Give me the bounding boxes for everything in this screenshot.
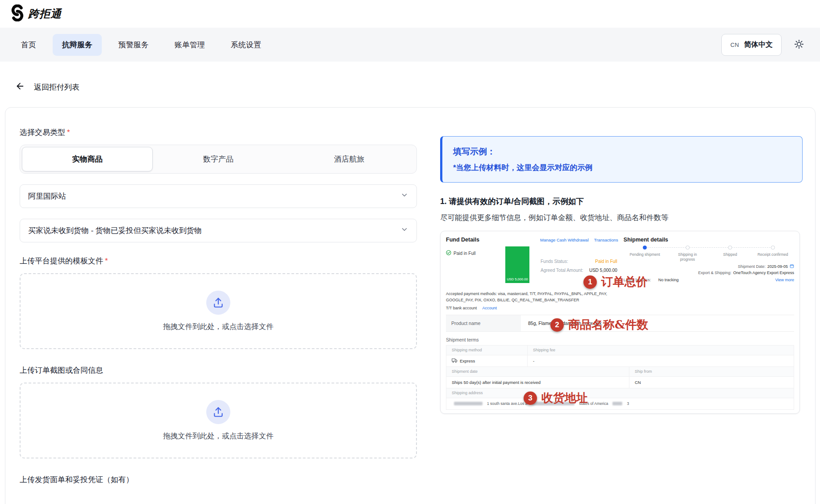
table-row: Ships 50 day(s) after initial payment is… (446, 377, 794, 388)
tab-physical-goods[interactable]: 实物商品 (22, 147, 153, 171)
example-notice: 填写示例： *当您上传材料时，这里会显示对应的示例 (440, 136, 803, 183)
example-notice-subtitle: *当您上传材料时，这里会显示对应的示例 (453, 162, 791, 173)
paid-in-full-badge: Paid in Full (446, 250, 475, 256)
order-screenshot-dropzone[interactable]: 拖拽文件到此处，或点击选择文件 (20, 383, 417, 458)
tab-digital-products[interactable]: 数字产品 (153, 147, 283, 171)
back-label: 返回拒付列表 (34, 82, 79, 92)
transaction-type-tabs: 实物商品 数字产品 酒店航旅 (20, 145, 417, 174)
redacted-text (454, 402, 483, 405)
tab-hotel-travel[interactable]: 酒店航旅 (284, 147, 415, 171)
manage-cash-withdrawal-link: Manage Cash Withdrawal (540, 237, 589, 242)
annotation-shipping-address: 3 收货地址 (524, 390, 588, 406)
nav-item-defense-service[interactable]: 抗辩服务 (53, 34, 102, 56)
table-row: 1 south santa ave.Los a states of Americ… (446, 398, 794, 410)
fund-details-section: Fund Details Manage Cash Withdrawal Tran… (446, 235, 624, 310)
shipment-date-row: Shipment Date: 2025-09-05 (624, 264, 794, 269)
upload-hint: 拖拽文件到此处，或点击选择文件 (163, 322, 274, 332)
transaction-type-label: 选择交易类型* (20, 127, 417, 137)
calendar-icon (790, 264, 794, 269)
nav-item-settings[interactable]: 系统设置 (221, 34, 271, 56)
example-panel: 填写示例： *当您上传材料时，这里会显示对应的示例 1. 请提供有效的订单/合同… (440, 127, 803, 504)
account-link: Account (482, 306, 497, 310)
agreed-amount-row: Agreed Total Amount: USD 5,000.00 (541, 268, 617, 273)
chevron-down-icon (400, 191, 408, 201)
table-row: Express - (446, 355, 794, 367)
check-circle-icon (446, 250, 451, 256)
step-dot-icon (728, 246, 732, 250)
table-header-row: Shipping address (446, 388, 794, 398)
required-asterisk: * (67, 128, 70, 137)
arrow-left-icon (15, 81, 25, 93)
example-shot-columns: Fund Details Manage Cash Withdrawal Tran… (446, 235, 794, 310)
upload-icon (206, 291, 230, 315)
platform-select[interactable]: 阿里国际站 (20, 184, 417, 208)
brand-logo-icon (10, 4, 25, 23)
step-dot-icon (771, 246, 775, 250)
dispute-reason-value: 买家说未收到货物 - 货物已妥投但买家说未收到货物 (28, 225, 202, 236)
language-selector-button[interactable]: CN 简体中文 (721, 34, 782, 56)
dispute-reason-select[interactable]: 买家说未收到货物 - 货物已妥投但买家说未收到货物 (20, 219, 417, 242)
export-shipping-row: Export & Shipping: OneTouch Agency Expor… (624, 271, 794, 275)
language-label: 简体中文 (744, 40, 773, 50)
upload-hint: 拖拽文件到此处，或点击选择文件 (163, 431, 274, 441)
brand: 跨拒通 (10, 4, 62, 23)
step-dot-icon (686, 246, 690, 250)
example-step-description: 尽可能提供更多细节信息，例如订单金额、收货地址、商品名和件数等 (440, 213, 803, 223)
template-upload-dropzone[interactable]: 拖拽文件到此处，或点击选择文件 (20, 273, 417, 349)
shipment-progress-steps: Pending shipment Shipping in progress Sh… (624, 246, 794, 262)
tt-bank-account-label: T/T bank account (446, 306, 477, 310)
annotation-order-total: 1 订单总价 (583, 274, 648, 290)
transactions-link: Transactions (594, 237, 618, 242)
form-column: 选择交易类型* 实物商品 数字产品 酒店航旅 阿里国际站 买家说未收到货物 - … (20, 127, 417, 504)
table-header-row: Shipment date Ship from (446, 367, 794, 377)
nav-item-warning-service[interactable]: 预警服务 (109, 34, 158, 56)
annotation-product-name-qty: 2 商品名称&件数 (550, 317, 648, 333)
progress-step: Pending shipment (624, 246, 666, 262)
nav-right: CN 简体中文 (721, 34, 808, 56)
required-asterisk: * (105, 257, 108, 265)
theme-toggle-button[interactable] (790, 35, 808, 54)
annotation-2-badge: 2 (550, 318, 564, 332)
shipment-terms-title: Shipment terms (446, 337, 794, 342)
example-step-title: 1. 请提供有效的订单/合同截图，示例如下 (440, 196, 803, 207)
example-order-screenshot: Fund Details Manage Cash Withdrawal Tran… (440, 231, 800, 414)
progress-step: Receipt confirmed (751, 246, 794, 262)
nav-item-home[interactable]: 首页 (12, 34, 46, 56)
top-header: 跨拒通 (0, 0, 820, 28)
brand-name: 跨拒通 (28, 7, 62, 21)
waybill-upload-label: 上传发货面单和妥投凭证（如有） (20, 475, 417, 485)
table-header-row: Shipping method Shipping fee (446, 346, 794, 355)
template-upload-label: 上传平台提供的模板文件* (20, 256, 417, 266)
annotation-1-badge: 1 (583, 275, 597, 289)
sun-icon (794, 39, 804, 50)
nav-items: 首页 抗辩服务 预警服务 账单管理 系统设置 (12, 34, 271, 56)
redacted-text (612, 402, 622, 405)
progress-step: Shipping in progress (666, 246, 709, 262)
shipment-terms-table: Shipping method Shipping fee Express - (446, 345, 794, 410)
truck-icon (452, 358, 458, 364)
main-navbar: 首页 抗辩服务 预警服务 账单管理 系统设置 CN 简体中文 (0, 28, 820, 62)
fund-details-title: Fund Details (446, 237, 479, 243)
product-name-label: Product name (446, 315, 521, 331)
platform-select-value: 阿里国际站 (28, 191, 66, 201)
order-screenshot-upload-label: 上传订单截图或合同信息 (20, 365, 417, 375)
shipment-details-section: Shipment details Pending shipment Shippi… (624, 235, 794, 310)
dispute-form-card: 选择交易类型* 实物商品 数字产品 酒店航旅 阿里国际站 买家说未收到货物 - … (5, 107, 816, 504)
chevron-down-icon (400, 225, 408, 236)
paid-amount-bar: USD 5,000.00 (505, 246, 529, 283)
funds-status-row: Funds Status: Paid in Full (541, 259, 617, 264)
upload-icon (206, 400, 230, 424)
accepted-payment-methods: Accepted payment methods: visa, masterca… (446, 291, 618, 304)
shipping-address-value: 1 south santa ave.Los a states of Americ… (446, 398, 794, 409)
latest-logistics-row: Latest logistics: No tracking View more (624, 278, 794, 282)
annotation-3-badge: 3 (524, 392, 537, 405)
shipment-details-title: Shipment details (624, 235, 794, 245)
progress-step: Shipped (709, 246, 752, 262)
view-more-link: View more (775, 278, 794, 282)
example-notice-title: 填写示例： (453, 146, 791, 158)
language-code: CN (730, 42, 739, 48)
back-link[interactable]: 返回拒付列表 (15, 81, 820, 93)
nav-item-billing[interactable]: 账单管理 (165, 34, 214, 56)
step-dot-icon (643, 246, 647, 250)
